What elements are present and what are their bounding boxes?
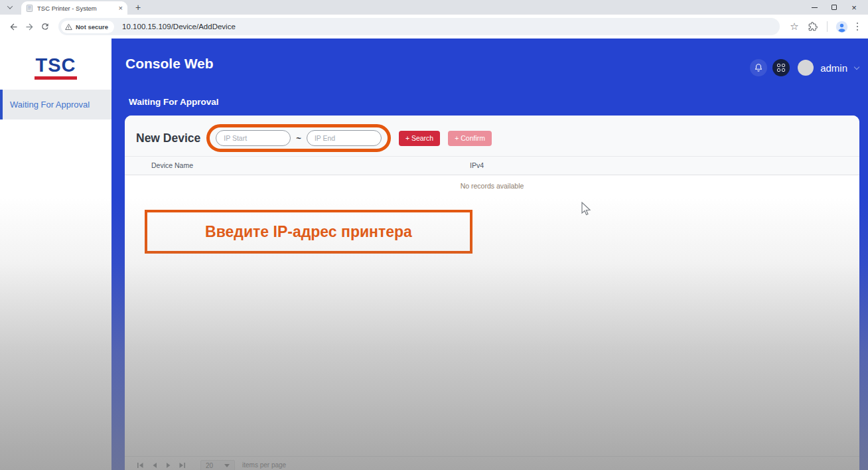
tab-search-button[interactable] xyxy=(4,1,16,13)
forward-icon xyxy=(25,22,35,32)
items-per-page-label: items per page xyxy=(242,460,286,469)
ip-end-input[interactable] xyxy=(307,130,382,146)
pagination-bar: 20 items per page xyxy=(125,456,859,470)
sidebar: TSC Waiting For Approval xyxy=(0,39,111,470)
maximize-icon xyxy=(832,5,837,10)
user-menu-chevron-icon[interactable] xyxy=(854,64,859,69)
tab-title: TSC Printer - System xyxy=(37,5,115,12)
content-card: New Device ~ + Search + Confirm Device N… xyxy=(125,116,859,470)
table-header: Device Name IPv4 xyxy=(125,156,859,175)
bell-icon xyxy=(754,63,763,72)
new-device-toolbar: New Device ~ + Search + Confirm xyxy=(125,116,859,156)
select-caret-icon xyxy=(224,464,230,467)
apps-grid-icon xyxy=(777,64,785,72)
extensions-button[interactable] xyxy=(805,19,821,35)
toolbar-divider xyxy=(827,21,828,32)
ip-range-highlight: ~ xyxy=(206,124,391,152)
tab-close-icon[interactable]: × xyxy=(119,5,123,12)
confirm-button[interactable]: + Confirm xyxy=(448,131,492,146)
page-content: TSC Waiting For Approval Console Web adm… xyxy=(0,39,868,470)
page-size-select[interactable]: 20 xyxy=(200,460,235,470)
previous-page-button[interactable] xyxy=(147,460,161,470)
tsc-logo-underline xyxy=(35,76,77,80)
toolbar-right: ☆ xyxy=(786,19,863,35)
profile-icon xyxy=(835,21,848,33)
first-page-button[interactable] xyxy=(133,460,147,470)
tsc-logo: TSC xyxy=(34,56,78,80)
mouse-cursor xyxy=(579,202,591,216)
first-page-icon xyxy=(137,462,144,469)
not-secure-label: Not secure xyxy=(76,23,108,31)
minimize-icon xyxy=(812,7,818,8)
warning-icon xyxy=(65,23,72,31)
last-page-icon xyxy=(179,462,186,469)
range-separator: ~ xyxy=(296,133,301,143)
sidebar-item-label: Waiting For Approval xyxy=(10,100,90,110)
close-button[interactable]: × xyxy=(844,0,864,15)
next-page-icon xyxy=(166,462,171,469)
url-text: 10.100.15.109/Device/AddDevice xyxy=(122,23,236,31)
browser-toolbar: Not secure 10.100.15.109/Device/AddDevic… xyxy=(0,15,868,39)
reload-icon xyxy=(40,22,50,31)
site-security-chip[interactable]: Not secure xyxy=(61,21,114,33)
back-icon xyxy=(9,22,19,32)
annotation-box: Введите IP-адрес принтера xyxy=(145,210,472,254)
apps-button[interactable] xyxy=(772,59,790,76)
browser-menu-button[interactable] xyxy=(852,23,863,31)
user-avatar[interactable] xyxy=(798,60,814,76)
maximize-button[interactable] xyxy=(824,0,844,15)
page-title: Waiting For Approval xyxy=(111,72,868,108)
next-page-button[interactable] xyxy=(161,460,175,470)
tsc-logo-text: TSC xyxy=(34,56,78,75)
ip-start-input[interactable] xyxy=(216,130,291,146)
header-actions: admin xyxy=(750,59,859,76)
grid-head-section: New Device ~ + Search + Confirm Device N… xyxy=(125,116,859,175)
browser-tab[interactable]: TSC Printer - System × xyxy=(21,1,127,15)
tab-favicon-icon xyxy=(26,5,33,12)
window-controls: × xyxy=(804,0,864,15)
main-area: Console Web admin Waiting For Approval N… xyxy=(111,39,868,470)
reload-button[interactable] xyxy=(37,19,53,35)
profile-button[interactable] xyxy=(833,19,849,35)
notifications-button[interactable] xyxy=(750,59,767,76)
forward-button[interactable] xyxy=(21,19,37,35)
table-empty-message: No records available xyxy=(125,175,859,190)
page-size-value: 20 xyxy=(206,462,213,469)
minimize-button[interactable] xyxy=(804,0,824,15)
new-tab-button[interactable]: + xyxy=(135,2,141,13)
address-bar[interactable]: Not secure 10.100.15.109/Device/AddDevic… xyxy=(58,18,780,35)
star-icon: ☆ xyxy=(790,21,798,33)
section-title: New Device xyxy=(136,131,200,145)
column-ipv4: IPv4 xyxy=(470,161,484,169)
search-button[interactable]: + Search xyxy=(399,131,440,146)
column-device-name: Device Name xyxy=(151,161,470,169)
bookmark-button[interactable]: ☆ xyxy=(786,19,802,35)
username-label: admin xyxy=(820,62,847,74)
back-button[interactable] xyxy=(5,19,21,35)
sidebar-item-waiting-for-approval[interactable]: Waiting For Approval xyxy=(0,90,111,119)
annotation-text: Введите IP-адрес принтера xyxy=(205,223,412,241)
close-icon: × xyxy=(851,3,857,12)
browser-titlebar: TSC Printer - System × + × xyxy=(0,0,868,15)
previous-page-icon xyxy=(152,462,157,469)
puzzle-icon xyxy=(808,22,818,31)
browser-window: TSC Printer - System × + × Not secure 10… xyxy=(0,0,868,470)
chevron-down-icon xyxy=(7,3,13,9)
last-page-button[interactable] xyxy=(175,460,189,470)
